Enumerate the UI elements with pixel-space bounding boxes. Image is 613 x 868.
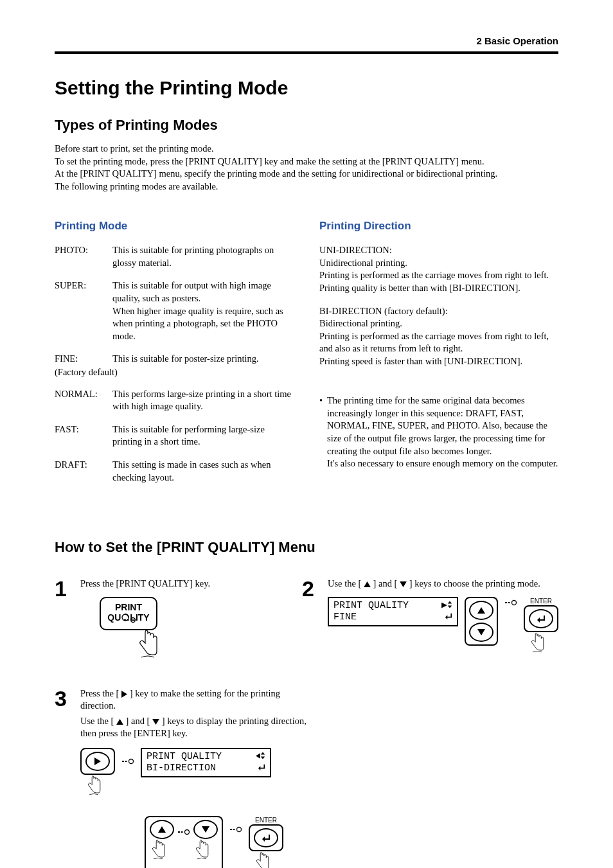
step-text: Press the [PRINT QUALITY] key.: [80, 578, 276, 590]
up-down-keys: [145, 816, 223, 868]
print-quality-key: PRINT QULITY: [100, 597, 157, 630]
down-arrow-icon: [400, 581, 407, 587]
step-1: 1 Press the [PRINT QUALITY] key. PRINT Q…: [55, 578, 276, 668]
mode-desc: This performs large-size printing in a s…: [112, 388, 294, 413]
print-quality-key-figure: PRINT QULITY: [100, 597, 276, 665]
factory-default-note: (Factory default): [55, 367, 294, 378]
bullet-icon: •: [319, 394, 327, 470]
enter-key: [254, 828, 278, 847]
howto-section: How to Set the [PRINT QUALITY] Menu 1 Pr…: [55, 539, 558, 868]
howto-heading: How to Set the [PRINT QUALITY] Menu: [55, 539, 558, 556]
mode-desc: This is suitable for output with high im…: [112, 279, 294, 342]
step-2: 2 Use the [ ] and [ ] keys to choose the…: [302, 578, 558, 668]
up-key: [469, 601, 493, 620]
led-icon: [229, 824, 242, 837]
enter-label: ENTER: [530, 597, 552, 606]
mode-fast: FAST: This is suitable for performing la…: [55, 423, 294, 448]
timing-note: • The printing time for the same origina…: [319, 394, 558, 470]
led-icon: [177, 826, 190, 868]
right-arrow-icon: [121, 691, 127, 698]
led-icon: [121, 756, 134, 768]
mode-label: PHOTO:: [55, 244, 112, 269]
mode-label: DRAFT:: [55, 459, 112, 484]
lcd-line1: PRINT QUALITY: [147, 751, 222, 763]
up-key: [150, 820, 174, 839]
led-icon: [123, 617, 136, 623]
mode-photo: PHOTO: This is suitable for printing pho…: [55, 244, 294, 269]
dir-line: Printing speed is faster than with [UNI-…: [319, 355, 558, 368]
uni-direction-block: UNI-DIRECTION: Unidirectional printing. …: [319, 244, 558, 294]
enter-key: [529, 609, 553, 628]
step-text: Use the [ ] and [ ] keys to display the …: [80, 715, 306, 740]
printing-mode-column: Printing Mode PHOTO: This is suitable fo…: [55, 220, 294, 494]
down-key: [469, 623, 493, 642]
enter-label: ENTER: [255, 816, 277, 825]
dir-line: Printing is performed as the carriage mo…: [319, 330, 558, 355]
lcd-right-updown-icon: ▶: [441, 600, 452, 612]
mode-desc: This setting is made in cases such as wh…: [112, 459, 294, 484]
lcd-line2: FINE: [333, 612, 357, 623]
dir-line: Printing is performed as the carriage mo…: [319, 269, 558, 282]
up-arrow-icon: [364, 581, 371, 587]
header-rule: [55, 51, 558, 54]
section-heading-types: Types of Printing Modes: [55, 117, 558, 134]
enter-key-group: ENTER: [249, 816, 283, 868]
mode-label: FINE:: [55, 353, 112, 366]
right-key: [85, 752, 110, 771]
lcd-enter-icon: [258, 763, 265, 774]
dir-line: Bidirectional printing.: [319, 317, 558, 330]
mode-desc: This is suitable for performing large-si…: [112, 423, 294, 448]
step3-figure: PRINT QUALITY BI-DIRECTION: [80, 748, 306, 868]
lcd-enter-icon: [445, 612, 452, 623]
lcd-display: PRINT QUALITY BI-DIRECTION: [141, 748, 271, 777]
mode-label: FAST:: [55, 423, 112, 448]
intro-line: Before start to print, set the printing …: [55, 143, 558, 155]
printing-mode-heading: Printing Mode: [55, 220, 294, 233]
intro-line: At the [PRINT QUALITY] menu, specify the…: [55, 168, 558, 181]
led-icon: [504, 597, 517, 610]
step-text: Use the [ ] and [ ] keys to choose the p…: [328, 578, 558, 590]
hand-press-icon: [85, 775, 103, 800]
right-key-group: [80, 748, 115, 811]
dir-title: UNI-DIRECTION:: [319, 244, 558, 257]
mode-label: SUPER:: [55, 279, 112, 342]
step2-figure: PRINT QUALITY▶ FINE ENTER: [328, 597, 558, 668]
down-key: [193, 820, 218, 839]
step-number: 3: [55, 687, 71, 868]
hand-press-icon: [135, 629, 276, 665]
chapter-label: 2 Basic Operation: [55, 35, 558, 46]
hand-press-icon: [253, 851, 271, 868]
lcd-left-updown-icon: [256, 751, 265, 763]
lcd-line2: BI-DIRECTION: [147, 763, 216, 774]
step-3: 3 Press the [ ] key to make the setting …: [55, 687, 306, 868]
hand-press-icon: [193, 839, 211, 864]
step-text: Press the [ ] key to make the setting fo…: [80, 687, 306, 713]
dir-line: Unidirectional printing.: [319, 257, 558, 270]
step-number: 2: [302, 578, 319, 668]
intro-line: The following printing modes are availab…: [55, 181, 558, 193]
bi-direction-block: BI-DIRECTION (factory default): Bidirect…: [319, 305, 558, 368]
down-arrow-icon: [152, 719, 159, 725]
step-number: 1: [55, 578, 71, 668]
mode-desc: This is suitable for poster-size printin…: [112, 353, 294, 366]
mode-label: NORMAL:: [55, 388, 112, 413]
mode-super: SUPER: This is suitable for output with …: [55, 279, 294, 342]
intro-block: Before start to print, set the printing …: [55, 143, 558, 193]
lcd-display: PRINT QUALITY▶ FINE: [328, 597, 458, 626]
mode-fine: FINE: This is suitable for poster-size p…: [55, 353, 294, 366]
mode-draft: DRAFT: This setting is made in cases suc…: [55, 459, 294, 484]
mode-normal: NORMAL: This performs large-size printin…: [55, 388, 294, 413]
intro-line: To set the printing mode, press the [PRI…: [55, 155, 558, 168]
up-arrow-icon: [116, 719, 123, 725]
lcd-line1: PRINT QUALITY: [333, 600, 409, 612]
dir-line: Printing quality is better than with [BI…: [319, 282, 558, 295]
note-text: The printing time for the same original …: [327, 394, 558, 470]
printing-direction-heading: Printing Direction: [319, 220, 558, 233]
hand-press-icon: [528, 632, 546, 657]
printing-direction-column: Printing Direction UNI-DIRECTION: Unidir…: [319, 220, 558, 494]
dir-title: BI-DIRECTION (factory default):: [319, 305, 558, 318]
mode-desc: This is suitable for printing photograph…: [112, 244, 294, 269]
key-label-line1: PRINT: [101, 602, 156, 612]
hand-press-icon: [149, 839, 167, 864]
enter-key-group: ENTER: [524, 597, 558, 668]
